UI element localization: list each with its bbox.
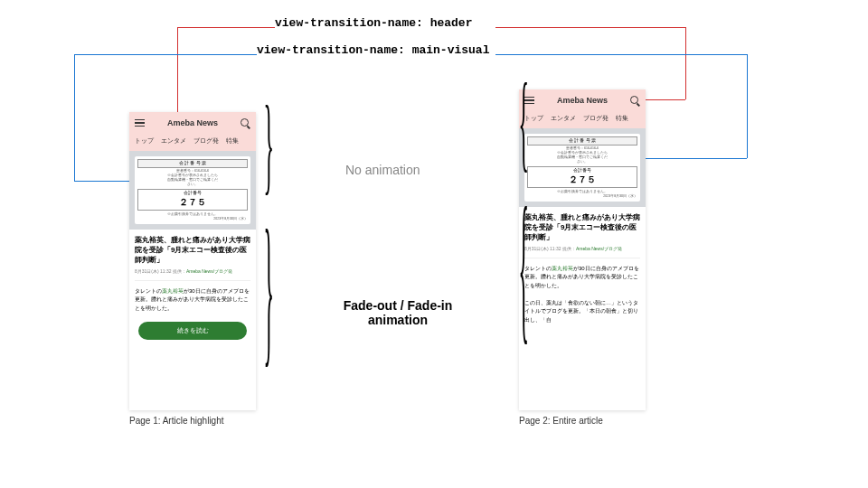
article-meta: 8月31日(木) 11:32 提供：Ameba News/ブログ発	[129, 268, 256, 277]
phone-page2: Ameba News トップ エンタメ ブログ発 特集 会 計 番 号 票 患者…	[519, 89, 646, 410]
connector-red	[177, 27, 178, 122]
brace-icon: }	[263, 83, 274, 207]
connector-blue	[747, 54, 748, 158]
connector-blue	[646, 158, 747, 159]
divider	[524, 258, 640, 258]
inline-link[interactable]: 薬丸裕英	[162, 288, 184, 294]
connector-red	[495, 27, 685, 28]
app-header: Ameba News	[129, 112, 256, 134]
tab[interactable]: ブログ発	[193, 137, 219, 145]
brace-icon: }	[518, 61, 529, 184]
article-body: タレントの薬丸裕英が30日に自身のアメブロを更新。腫れと痛みがあり大学病院を受診…	[519, 261, 646, 329]
tab[interactable]: 特集	[616, 115, 628, 123]
tab-bar: トップ エンタメ ブログ発 特集	[519, 111, 646, 128]
article-title: 薬丸裕英、腫れと痛みがあり大学病院を受診「9月末エコー検査後の医師判断」	[519, 207, 646, 246]
article-body: タレントの薬丸裕英が30日に自身のアメブロを更新。腫れと痛みがあり大学病院を受診…	[129, 284, 256, 317]
brace-icon: }	[263, 195, 274, 384]
tab[interactable]: エンタメ	[161, 137, 186, 145]
label-main-visual: view-transition-name: main-visual	[257, 43, 489, 57]
main-visual: 会 計 番 号 票 患者番号：616-616-6 ※会計番号が表示されましたら …	[129, 151, 256, 230]
read-more-button[interactable]: 続きを読む	[138, 322, 247, 340]
tab[interactable]: トップ	[135, 137, 154, 145]
ticket-image: 会 計 番 号 票 患者番号：616-616-6 ※会計番号が表示されましたら …	[135, 156, 250, 224]
divider	[135, 280, 250, 281]
annotation-fade: Fade-out / Fade-in animation	[326, 298, 470, 327]
main-visual: 会 計 番 号 票 患者番号：616-616-6 ※会計番号が表示されましたら …	[519, 128, 646, 207]
label-header: view-transition-name: header	[275, 16, 472, 30]
caption-page2: Page 2: Entire article	[519, 416, 603, 426]
tab[interactable]: ブログ発	[583, 115, 609, 123]
logo: Ameba News	[557, 96, 608, 105]
ticket-image: 会 計 番 号 票 患者番号：616-616-6 ※会計番号が表示されましたら …	[524, 134, 640, 202]
logo: Ameba News	[167, 118, 218, 127]
connector-blue	[74, 54, 257, 55]
brace-icon: }	[518, 173, 529, 361]
connector-red	[646, 99, 685, 100]
search-icon[interactable]	[630, 96, 640, 106]
caption-page1: Page 1: Article highlight	[129, 416, 224, 426]
app-header: Ameba News	[519, 89, 646, 111]
phone-page1: Ameba News トップ エンタメ ブログ発 特集 会 計 番 号 票 患者…	[129, 112, 256, 410]
article-meta: 8月31日(木) 11:32 提供：Ameba News/ブログ発	[519, 246, 646, 255]
article-title: 薬丸裕英、腫れと痛みがあり大学病院を受診「9月末エコー検査後の医師判断」	[129, 230, 256, 268]
connector-red	[685, 27, 686, 99]
tab[interactable]: 特集	[226, 137, 239, 145]
connector-blue	[74, 54, 75, 181]
menu-icon[interactable]	[135, 119, 145, 127]
inline-link[interactable]: 薬丸裕英	[552, 266, 573, 271]
connector-blue	[74, 181, 129, 182]
annotation-no-anim: No animation	[345, 163, 420, 177]
tab-bar: トップ エンタメ ブログ発 特集	[129, 134, 256, 151]
tab[interactable]: エンタメ	[551, 115, 576, 123]
connector-blue	[495, 54, 747, 55]
connector-red	[177, 27, 275, 28]
search-icon[interactable]	[241, 118, 250, 128]
